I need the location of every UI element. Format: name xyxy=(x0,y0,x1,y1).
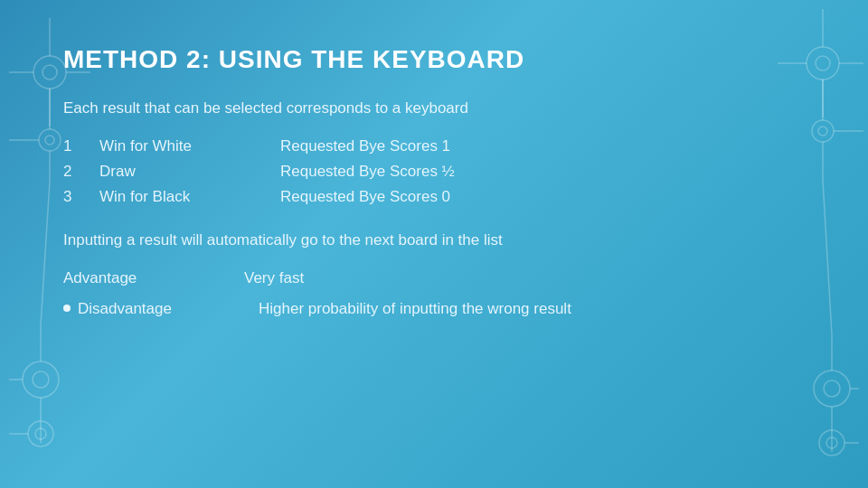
result-num-2: 2 xyxy=(63,163,99,181)
result-bye-2: Requested Bye Scores ½ xyxy=(280,163,455,181)
svg-point-17 xyxy=(35,428,46,439)
svg-point-16 xyxy=(28,421,53,446)
disadvantage-value: Higher probability of inputting the wron… xyxy=(259,300,571,318)
svg-point-6 xyxy=(39,129,61,151)
slide-title: METHOD 2: USING THE KEYBOARD xyxy=(63,45,805,74)
svg-line-19 xyxy=(41,181,50,325)
svg-point-21 xyxy=(816,56,830,70)
svg-point-32 xyxy=(824,380,840,397)
result-name-1: Win for White xyxy=(99,137,280,155)
svg-point-36 xyxy=(819,430,844,455)
advantage-value: Very fast xyxy=(244,269,304,287)
svg-point-1 xyxy=(42,65,57,80)
result-bye-1: Requested Bye Scores 1 xyxy=(280,137,450,155)
result-num-1: 1 xyxy=(63,137,99,155)
slide-content: METHOD 2: USING THE KEYBOARD Each result… xyxy=(63,45,805,318)
svg-point-26 xyxy=(812,120,834,142)
svg-point-20 xyxy=(807,47,839,80)
advantage-row: Advantage Very fast xyxy=(63,269,805,287)
auto-note: Inputting a result will automatically go… xyxy=(63,231,805,249)
result-row-2: 2 Draw Requested Bye Scores ½ xyxy=(63,163,805,181)
svg-point-7 xyxy=(45,136,54,145)
result-row-3: 3 Win for Black Requested Bye Scores 0 xyxy=(63,188,805,206)
disadvantage-label: Disadvantage xyxy=(78,300,259,318)
result-row-1: 1 Win for White Requested Bye Scores 1 xyxy=(63,137,805,155)
slide: METHOD 2: USING THE KEYBOARD Each result… xyxy=(0,0,868,488)
result-bye-3: Requested Bye Scores 0 xyxy=(280,188,450,206)
result-num-3: 3 xyxy=(63,188,99,206)
disadvantage-row: Disadvantage Higher probability of input… xyxy=(63,300,805,318)
svg-point-0 xyxy=(33,56,66,89)
svg-point-12 xyxy=(33,371,49,388)
result-name-3: Win for Black xyxy=(99,188,280,206)
svg-point-27 xyxy=(818,127,827,136)
svg-line-39 xyxy=(823,181,832,334)
advantage-label: Advantage xyxy=(63,269,244,287)
result-name-2: Draw xyxy=(99,163,280,181)
svg-point-37 xyxy=(826,437,837,448)
svg-point-31 xyxy=(814,371,850,407)
slide-subtitle: Each result that can be selected corresp… xyxy=(63,99,805,117)
results-table: 1 Win for White Requested Bye Scores 1 2… xyxy=(63,137,805,206)
bullet-icon xyxy=(63,305,71,312)
svg-point-11 xyxy=(23,361,59,398)
